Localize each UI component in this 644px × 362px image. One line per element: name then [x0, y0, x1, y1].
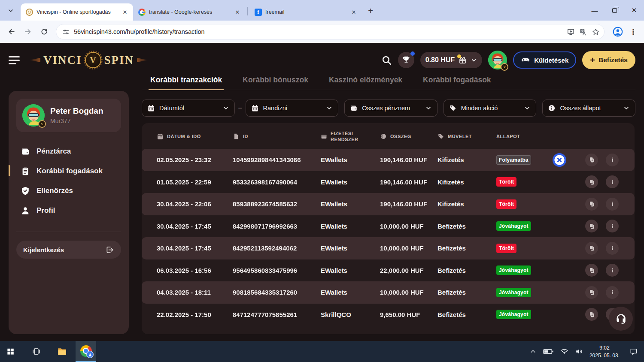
sidebar-item-label: Ellenőrzés [36, 187, 73, 195]
table-row[interactable]: 04.03.2025 - 18:11 908185684335317260 EW… [142, 281, 635, 304]
status-badge: Törölt [496, 199, 516, 209]
logout-button[interactable]: Kijelentkezés [16, 241, 121, 259]
tab-bonuses[interactable]: Korábbi bónuszok [243, 75, 308, 84]
info-button[interactable] [606, 242, 619, 255]
copy-button[interactable] [585, 198, 598, 211]
table-row[interactable]: 02.05.2025 - 23:32 1045992898441343066 E… [142, 149, 635, 171]
sidebar-item-verification[interactable]: Ellenőrzés [16, 181, 121, 201]
missions-button[interactable]: Küldetések [513, 51, 576, 69]
column-header: ÖSSZEG [390, 134, 411, 139]
start-button[interactable] [0, 341, 21, 362]
sidebar-nav: Pénztárca Korábbi fogadások Ellenőrzés P… [16, 142, 121, 220]
balance-pill[interactable]: 0.80 HUF [420, 52, 482, 68]
status-badge: Törölt [496, 244, 516, 253]
hamburger-menu-icon[interactable] [9, 56, 20, 64]
missions-label: Küldetések [534, 57, 568, 64]
cancel-transaction-button[interactable] [553, 153, 566, 167]
sidebar-item-bet-history[interactable]: Korábbi fogadások [16, 161, 121, 181]
translate-icon[interactable] [579, 28, 587, 36]
tab-search-button[interactable] [4, 4, 17, 17]
action-center-icon[interactable] [629, 347, 638, 356]
table-row[interactable]: 22.02.2025 - 17:50 847124777075855261 Sk… [142, 304, 635, 326]
profile-button[interactable] [611, 24, 625, 39]
site-settings-icon[interactable] [62, 28, 70, 36]
back-button[interactable] [4, 24, 19, 39]
info-icon [609, 201, 616, 207]
forward-button[interactable] [21, 24, 35, 39]
battery-icon[interactable] [543, 349, 554, 354]
tab-close-icon[interactable]: ✕ [350, 8, 358, 16]
filter-bar: Dátumtól – Randizni Összes pénznem Minde… [142, 100, 635, 117]
install-icon[interactable] [567, 28, 575, 36]
support-chat-button[interactable] [609, 307, 633, 331]
copy-button[interactable] [585, 308, 598, 321]
reload-button[interactable] [37, 24, 52, 39]
chrome-taskbar-button[interactable] [76, 341, 96, 362]
browser-toolbar: 56vincispin43.com/hu/profile/history/tra… [0, 21, 644, 43]
copy-button[interactable] [585, 242, 598, 255]
restore-button[interactable] [605, 0, 624, 21]
tray-expand-icon[interactable] [529, 348, 537, 355]
copy-button[interactable] [585, 220, 598, 232]
tournaments-button[interactable] [398, 52, 414, 68]
new-tab-button[interactable]: + [365, 5, 377, 17]
file-explorer-button[interactable] [52, 341, 72, 362]
column-header: FIZETÉSI RENDSZER [331, 130, 364, 143]
sidebar-item-wallet[interactable]: Pénztárca [16, 142, 121, 161]
gift-icon[interactable] [458, 56, 467, 65]
filter-action[interactable]: Minden akció [444, 100, 537, 117]
address-bar[interactable]: 56vincispin43.com/hu/profile/history/tra… [56, 24, 605, 39]
bookmark-star-icon[interactable] [592, 28, 600, 36]
filter-label: Randizni [263, 105, 287, 112]
avatar[interactable]: V [488, 51, 507, 69]
gift-notification-dot [457, 54, 461, 58]
deposit-button[interactable]: + Befizetés [582, 51, 635, 69]
tab-close-icon[interactable]: ✕ [234, 8, 241, 16]
tab-transactions[interactable]: Korábbi tranzakciók [150, 75, 222, 84]
info-button[interactable] [606, 286, 619, 299]
info-button[interactable] [606, 175, 619, 188]
copy-button[interactable] [585, 264, 598, 277]
info-button[interactable] [606, 154, 619, 166]
filter-date-from[interactable]: Dátumtól [142, 100, 235, 117]
tab-bets-history[interactable]: Korábbi fogadások [423, 75, 491, 84]
filter-label: Dátumtól [159, 105, 184, 112]
filter-date-to[interactable]: Randizni [246, 100, 339, 117]
minimize-button[interactable]: — [585, 0, 605, 21]
browser-tab-vincispin[interactable]: Vincispin - Online sportfogadás ✕ [21, 3, 133, 21]
table-row[interactable]: 06.03.2025 - 16:56 956495860833475996 EW… [142, 259, 635, 282]
info-button[interactable] [606, 264, 619, 277]
table-row[interactable]: 30.04.2025 - 17:45 842998071796992663 EW… [142, 215, 635, 238]
tab-casino-history[interactable]: Kaszinó előzmények [329, 75, 402, 84]
task-view-button[interactable] [26, 341, 46, 362]
table-row[interactable]: 30.04.2025 - 17:45 842952113592494062 EW… [142, 237, 635, 259]
search-icon[interactable] [381, 55, 392, 66]
browser-tab-freemail[interactable]: f freemail ✕ [249, 3, 362, 21]
table-row[interactable]: 30.04.2025 - 22:06 859388923674585632 EW… [142, 193, 635, 215]
browser-menu-button[interactable]: ⋮ [627, 24, 640, 39]
copy-button[interactable] [585, 286, 598, 299]
column-header: MŰVELET [448, 134, 472, 139]
filter-status[interactable]: Összes állapot [542, 100, 635, 117]
site-logo[interactable]: VINCI V SPIN [29, 52, 148, 68]
wifi-icon[interactable] [560, 347, 568, 356]
filter-label: Összes állapot [560, 105, 601, 112]
cell-id: 842998071796992663 [233, 223, 321, 230]
info-button[interactable] [606, 220, 619, 232]
info-button[interactable] [606, 198, 619, 211]
chevron-down-icon [471, 57, 477, 63]
tab-close-icon[interactable]: ✕ [121, 8, 129, 16]
table-row[interactable]: 01.05.2025 - 22:59 953326398167490064 EW… [142, 171, 635, 193]
copy-button[interactable] [585, 175, 598, 188]
taskbar-clock[interactable]: 9:02 2025. 05. 03. [589, 344, 620, 359]
volume-icon[interactable] [575, 347, 583, 356]
url-text[interactable]: 56vincispin43.com/hu/profile/history/tra… [74, 28, 562, 35]
filter-currency[interactable]: Összes pénznem [344, 100, 437, 117]
sidebar-item-profile[interactable]: Profil [16, 201, 121, 220]
copy-icon [588, 311, 595, 318]
copy-button[interactable] [585, 154, 598, 166]
cell-amount: 190,146.00 HUF [380, 200, 437, 208]
coin-icon [380, 133, 387, 140]
browser-tab-translate[interactable]: translate - Google-keresés ✕ [133, 3, 246, 21]
close-window-button[interactable]: ✕ [624, 0, 644, 21]
